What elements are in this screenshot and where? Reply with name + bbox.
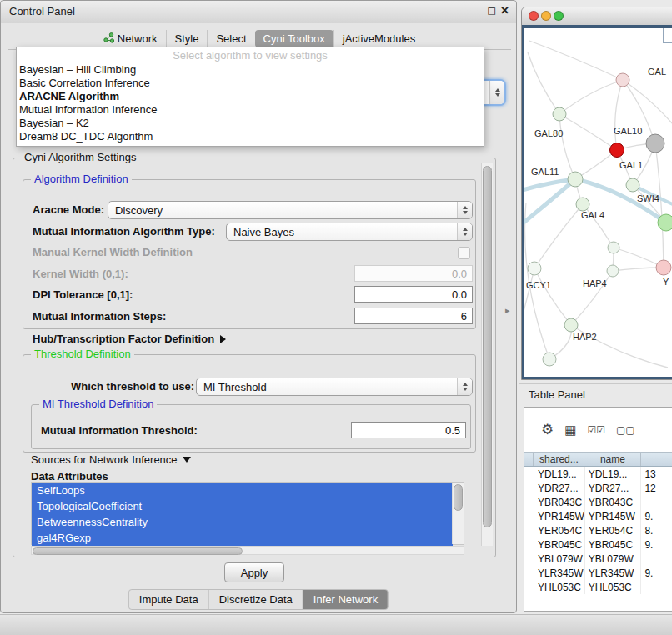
graph-edge	[524, 268, 534, 321]
aracne-mode-value: Discovery	[108, 204, 457, 217]
dpi-tolerance-value: 0.0	[452, 288, 467, 301]
column-header-shared[interactable]: shared...	[534, 452, 584, 466]
dropdown-item-dream8-dc-tdc-algorithm[interactable]: Dream8 DC_TDC Algorithm	[17, 130, 484, 143]
network-window-titlebar[interactable]	[522, 8, 672, 26]
zoom-button[interactable]	[554, 11, 564, 21]
aracne-mode-select[interactable]: Discovery	[108, 201, 473, 219]
graph-node[interactable]	[528, 262, 541, 275]
dropdown-item-bayesian-k2[interactable]: Bayesian – K2	[17, 117, 484, 130]
table-row[interactable]: YER054CYER054C8.	[524, 523, 672, 538]
attribute-item-gal4rgexp[interactable]: gal4RGexp	[32, 530, 453, 546]
threshold-definition-title: Threshold Definition	[31, 348, 134, 360]
graph-node[interactable]	[626, 178, 639, 192]
graph-node[interactable]	[608, 242, 619, 253]
attributes-scrollbar-thumb[interactable]	[454, 484, 463, 511]
which-threshold-select[interactable]: MI Threshold	[196, 378, 473, 396]
window-title: Control Panel	[9, 5, 75, 18]
bottom-tab-bar: Impute DataDiscretize DataInfer Network	[128, 589, 389, 610]
tab-cyni-toolbox[interactable]: Cyni Toolbox	[255, 30, 333, 48]
graph-node[interactable]	[543, 352, 556, 366]
graph-node[interactable]	[658, 214, 672, 231]
algorithm-definition-title: Algorithm Definition	[31, 173, 132, 185]
dpi-tolerance-input[interactable]: 0.0	[354, 286, 473, 302]
column-header-3[interactable]	[641, 452, 672, 466]
table-cell: YER054C	[585, 523, 642, 538]
table-row[interactable]: YBR043CYBR043C	[524, 495, 672, 509]
table-row[interactable]: YBR045CYBR045C9.	[524, 538, 672, 552]
apply-button[interactable]: Apply	[224, 562, 284, 582]
table-row[interactable]: YBL079WYBL079W	[524, 552, 672, 566]
bottom-tab-infer-network[interactable]: Infer Network	[303, 590, 388, 609]
dropdown-item-mutual-information-inference[interactable]: Mutual Information Inference	[17, 103, 484, 117]
clear-selection-icon[interactable]: ▢▢	[616, 424, 635, 436]
dropdown-item-bayesian-hill-climbing[interactable]: Bayesian – Hill Climbing	[17, 63, 484, 77]
graph-edge	[534, 268, 571, 325]
dropdown-placeholder: Select algorithm to view settings	[17, 48, 484, 63]
graph-node[interactable]	[553, 108, 566, 121]
manual-kernel-checkbox[interactable]	[458, 247, 470, 259]
table-row[interactable]: YDL19...YDL19...13	[524, 467, 672, 481]
graph-node[interactable]	[610, 143, 624, 158]
tab-jactivemodules[interactable]: jActiveModules	[333, 30, 424, 48]
mi-threshold-input[interactable]: 0.5	[351, 422, 466, 438]
float-window-icon[interactable]: ◻	[487, 4, 496, 17]
network-canvas[interactable]: GALGAL80GAL10GAL11GAL1SWI4GAL4GCY1HAP4HA…	[524, 28, 672, 377]
table-toolbar: ⚙▦☑☑▢▢	[524, 408, 672, 452]
sources-section-toggle[interactable]: Sources for Network Inference	[31, 453, 191, 467]
attribute-item-selfloops[interactable]: SelfLoops	[32, 482, 453, 498]
attribute-item-betweennesscentrality[interactable]: BetweennessCentrality	[32, 514, 453, 530]
graph-node[interactable]	[576, 198, 589, 211]
control-panel-window: Control Panel ◻ ✕ NetworkStyleSelectCyni…	[0, 0, 517, 613]
column-header-name[interactable]: name	[584, 452, 641, 466]
graph-node[interactable]	[616, 73, 629, 87]
table-cell: YBR043C	[534, 495, 585, 509]
mi-steps-input[interactable]: 6	[354, 308, 473, 324]
graph-node-label: GAL80	[534, 128, 563, 138]
attributes-hscrollbar-thumb[interactable]	[33, 548, 243, 555]
close-button[interactable]	[529, 11, 539, 21]
tab-label: Style	[175, 32, 199, 45]
table-cell	[641, 580, 672, 594]
settings-scrollbar-thumb[interactable]	[483, 166, 492, 528]
minimize-button[interactable]	[541, 11, 551, 21]
bottom-tab-discretize-data[interactable]: Discretize Data	[208, 590, 303, 609]
graph-node[interactable]	[564, 318, 578, 332]
table-cell: 13	[641, 467, 672, 481]
graph-node[interactable]	[646, 134, 664, 152]
graph-node[interactable]	[607, 265, 619, 277]
manual-kernel-label: Manual Kernel Width Definition	[33, 246, 193, 259]
dropdown-item-basic-correlation-inference[interactable]: Basic Correlation Inference	[17, 77, 484, 90]
table-row[interactable]: YLR345WYLR345W9.	[524, 566, 672, 580]
graph-edge	[534, 204, 583, 268]
attribute-item-topologicalcoefficient[interactable]: TopologicalCoefficient	[32, 498, 453, 514]
graph-node-label: GAL4	[581, 210, 604, 220]
attributes-scrollbar[interactable]	[452, 482, 464, 544]
table-row[interactable]: YHL053CYHL053C	[524, 580, 672, 594]
graph-node[interactable]	[568, 172, 583, 187]
kernel-width-input[interactable]: 0.0	[354, 265, 473, 282]
select-all-icon[interactable]: ☑☑	[587, 424, 605, 436]
control-panel-titlebar[interactable]: Control Panel ◻ ✕	[1, 1, 516, 23]
dropdown-item-aracne-algorithm[interactable]: ARACNE Algorithm	[17, 90, 484, 103]
close-window-icon[interactable]: ✕	[500, 4, 509, 17]
settings-scrollbar[interactable]	[481, 162, 493, 546]
tab-select[interactable]: Select	[207, 30, 254, 48]
table-gutter-header[interactable]	[524, 452, 534, 466]
table-row[interactable]: YPR145WYPR145W9.	[524, 509, 672, 523]
mi-type-select[interactable]: Naive Bayes	[226, 222, 473, 241]
sources-label: Sources for Network Inference	[31, 453, 178, 466]
network-corner-widget[interactable]	[663, 28, 672, 43]
splitter-handle-icon[interactable]: ▸	[505, 305, 510, 316]
row-gutter-cell	[524, 509, 534, 523]
gear-icon[interactable]: ⚙	[541, 421, 554, 438]
table-cell: YBL079W	[534, 552, 585, 566]
hub-section-toggle[interactable]: Hub/Transcription Factor Definition	[33, 332, 226, 346]
attributes-hscrollbar[interactable]	[31, 546, 464, 555]
insert-column-icon[interactable]: ▦	[564, 422, 576, 438]
bottom-tab-impute-data[interactable]: Impute Data	[129, 590, 208, 609]
table-row[interactable]: YDR27...YDR27...12	[524, 481, 672, 495]
tab-network[interactable]: Network	[95, 30, 166, 48]
tab-style[interactable]: Style	[166, 30, 208, 48]
graph-node[interactable]	[656, 260, 671, 275]
mi-steps-value: 6	[461, 310, 467, 322]
